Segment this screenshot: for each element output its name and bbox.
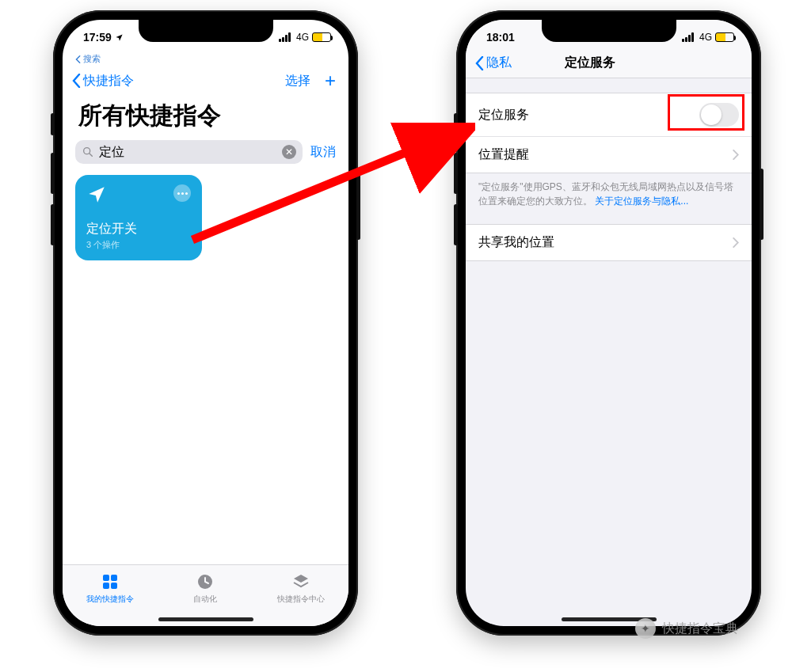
status-time: 18:01 [486, 31, 515, 44]
select-button[interactable]: 选择 [285, 73, 310, 89]
search-icon [82, 146, 94, 158]
add-button[interactable]: + [325, 71, 336, 90]
page-title: 所有快捷指令 [63, 97, 348, 140]
svg-rect-4 [103, 583, 109, 589]
watermark-logo-icon: ✦ [635, 618, 656, 639]
shortcut-card[interactable]: 定位开关 3 个操作 [75, 175, 202, 260]
location-arrow-icon [115, 33, 124, 42]
status-time: 17:59 [83, 31, 112, 44]
svg-rect-5 [111, 583, 117, 589]
chevron-right-icon [733, 237, 739, 248]
chevron-right-icon [733, 150, 739, 160]
home-indicator[interactable] [158, 617, 253, 621]
row-location-services[interactable]: 定位服务 [466, 93, 752, 136]
card-more-button[interactable] [173, 184, 191, 202]
hw-volume-up [51, 153, 55, 194]
nav-bar: 隐私 定位服务 [466, 51, 752, 78]
back-label: 快捷指令 [83, 73, 134, 89]
phone-frame-right: 18:01 4G 隐私 定位服务 定位服务 [456, 10, 761, 636]
screen-left: 17:59 4G 搜索 快捷指令 选择 + 所有快捷指令 [63, 20, 348, 626]
row-label: 定位服务 [478, 107, 529, 123]
settings-group-2: 共享我的位置 [466, 224, 752, 261]
hw-volume-down [454, 204, 458, 245]
grid-icon [101, 572, 120, 591]
phone-frame-left: 17:59 4G 搜索 快捷指令 选择 + 所有快捷指令 [53, 10, 358, 636]
chevron-left-icon [75, 55, 82, 63]
screen-right: 18:01 4G 隐私 定位服务 定位服务 [466, 20, 752, 626]
nav-title: 定位服务 [472, 55, 707, 71]
tab-label: 自动化 [193, 594, 217, 605]
tab-gallery[interactable]: 快捷指令中心 [253, 565, 348, 612]
clear-search-button[interactable]: ✕ [282, 145, 296, 159]
location-arrow-icon [86, 184, 107, 205]
notch [139, 20, 273, 42]
battery-icon [312, 32, 331, 42]
breadcrumb-label: 搜索 [83, 53, 101, 65]
network-label: 4G [699, 32, 712, 43]
settings-group-1: 定位服务 位置提醒 [466, 93, 752, 173]
svg-line-1 [89, 154, 92, 156]
back-button[interactable]: 快捷指令 [72, 73, 134, 89]
row-location-alerts[interactable]: 位置提醒 [466, 136, 752, 173]
network-label: 4G [296, 32, 309, 43]
battery-icon [715, 32, 734, 42]
row-label: 共享我的位置 [478, 234, 554, 251]
cancel-search-button[interactable]: 取消 [310, 144, 336, 161]
row-label: 位置提醒 [478, 146, 529, 163]
breadcrumb-back-to-search[interactable]: 搜索 [63, 51, 348, 68]
notch [542, 20, 676, 42]
signal-icon [279, 32, 293, 42]
search-input[interactable] [99, 145, 277, 159]
watermark: ✦ 快捷指令宝典 [635, 618, 738, 639]
search-row: ✕ 取消 [63, 140, 348, 175]
row-share-location[interactable]: 共享我的位置 [466, 225, 752, 260]
hw-power-button [356, 169, 360, 240]
tab-automation[interactable]: 自动化 [158, 565, 253, 612]
privacy-link[interactable]: 关于定位服务与隐私... [595, 196, 688, 207]
footer-note: "定位服务"使用GPS、蓝牙和众包无线局域网热点以及信号塔位置来确定您的大致方位… [466, 173, 752, 208]
svg-rect-3 [111, 575, 117, 581]
card-subtitle: 3 个操作 [86, 239, 191, 251]
tab-label: 快捷指令中心 [277, 594, 325, 605]
location-services-toggle[interactable] [699, 103, 739, 127]
stack-icon [291, 572, 310, 591]
hw-silence-switch [454, 113, 458, 135]
svg-point-0 [84, 148, 90, 154]
card-title: 定位开关 [86, 221, 191, 237]
tab-my-shortcuts[interactable]: 我的快捷指令 [63, 565, 158, 612]
clock-icon [196, 572, 215, 591]
hw-volume-down [51, 204, 55, 245]
signal-icon [682, 32, 696, 42]
tab-label: 我的快捷指令 [86, 594, 134, 605]
hw-power-button [760, 169, 763, 240]
nav-bar: 快捷指令 选择 + [63, 68, 348, 97]
chevron-left-icon [72, 74, 82, 88]
hw-volume-up [454, 153, 458, 194]
watermark-text: 快捷指令宝典 [662, 621, 738, 637]
search-field[interactable]: ✕ [75, 140, 303, 164]
hw-silence-switch [51, 113, 55, 135]
svg-rect-2 [103, 575, 109, 581]
